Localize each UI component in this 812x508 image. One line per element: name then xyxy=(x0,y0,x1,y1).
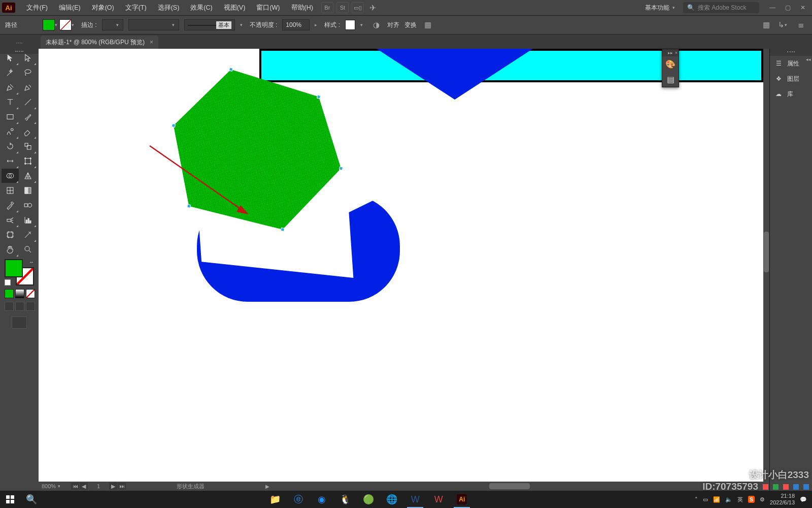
fill-stroke-control[interactable]: ↔ xyxy=(5,259,34,285)
workspace-switcher[interactable]: 基本功能 ▾ xyxy=(645,4,675,12)
close-icon[interactable]: × xyxy=(675,50,678,55)
close-button[interactable]: ✕ xyxy=(796,2,810,13)
color-mode-solid[interactable] xyxy=(5,289,14,298)
menu-view[interactable]: 视图(V) xyxy=(219,2,251,14)
bridge-button[interactable]: Br xyxy=(321,2,333,13)
tray-notifications-icon[interactable]: 💬 xyxy=(800,496,807,503)
line-tool[interactable] xyxy=(19,95,37,109)
fill-color-large[interactable] xyxy=(5,259,23,277)
draw-inside[interactable] xyxy=(26,302,35,311)
free-transform-tool[interactable] xyxy=(19,154,37,168)
task-qq[interactable]: 🐧 xyxy=(334,491,356,508)
align-pixel-button[interactable]: ▦ xyxy=(760,19,772,31)
shape-builder-tool[interactable] xyxy=(2,169,19,183)
align-label[interactable]: 对齐 xyxy=(387,21,399,29)
cycle-widget-button[interactable]: ↳▾ xyxy=(777,19,790,31)
graphic-style-swatch[interactable] xyxy=(345,20,355,30)
tray-chevron-icon[interactable]: ˄ xyxy=(695,496,698,503)
fill-swatch[interactable] xyxy=(43,19,55,30)
swatches-panel-icon[interactable]: ▤ xyxy=(662,72,679,87)
scale-tool[interactable] xyxy=(19,139,37,153)
graph-tool[interactable] xyxy=(19,213,37,227)
isolate-button[interactable]: ▦ xyxy=(422,19,434,31)
width-tool[interactable] xyxy=(2,154,19,168)
opacity-input[interactable]: 100% xyxy=(282,19,310,30)
mesh-tool[interactable] xyxy=(2,183,19,198)
default-colors-icon[interactable] xyxy=(5,279,11,285)
tray-settings-icon[interactable]: ⚙ xyxy=(760,496,765,503)
transform-label[interactable]: 变换 xyxy=(404,21,417,29)
prev-artboard-button[interactable]: ◀ xyxy=(80,483,88,490)
menu-edit[interactable]: 编辑(E) xyxy=(54,2,86,14)
arrange-docs-button[interactable]: ▭▯ xyxy=(352,2,364,13)
selection-tool[interactable] xyxy=(2,51,19,65)
direct-selection-tool[interactable] xyxy=(19,51,37,65)
eraser-tool[interactable] xyxy=(19,124,37,139)
menu-help[interactable]: 帮助(H) xyxy=(286,2,318,14)
tray-sound-icon[interactable]: 🔈 xyxy=(725,496,732,503)
type-tool[interactable] xyxy=(2,95,19,109)
next-artboard-button[interactable]: ▶ xyxy=(109,483,117,490)
tray-ime[interactable]: 英 xyxy=(737,496,743,503)
menu-window[interactable]: 窗口(W) xyxy=(251,2,285,14)
close-tab-icon[interactable]: × xyxy=(150,39,153,46)
task-word[interactable]: W xyxy=(404,491,426,508)
menu-type[interactable]: 文字(T) xyxy=(120,2,152,14)
task-illustrator[interactable]: Ai xyxy=(451,491,473,508)
chevron-down-icon[interactable]: ▾ xyxy=(360,22,365,27)
horizontal-scrollbar[interactable] xyxy=(353,482,763,491)
gradient-tool[interactable] xyxy=(19,183,37,198)
shaper-tool[interactable] xyxy=(2,124,19,139)
chevron-down-icon[interactable]: ▾ xyxy=(240,22,245,27)
screen-mode-button[interactable] xyxy=(12,316,27,329)
menu-file[interactable]: 文件(F) xyxy=(21,2,53,14)
first-artboard-button[interactable]: ⏮ xyxy=(71,483,79,490)
menu-object[interactable]: 对象(O) xyxy=(87,2,119,14)
var-width-profile[interactable]: ▾ xyxy=(128,19,179,30)
artboard-index[interactable]: 1 xyxy=(88,483,109,489)
search-stock-field[interactable]: 🔍 搜索 Adobe Stock xyxy=(683,2,759,13)
zoom-level[interactable]: 800%▾ xyxy=(39,483,71,489)
task-app-blue[interactable]: ◉ xyxy=(311,491,333,508)
color-mode-gradient[interactable] xyxy=(15,289,24,298)
scroll-thumb[interactable] xyxy=(764,232,769,272)
collapse-icon[interactable]: ▸▸ xyxy=(668,50,673,55)
minimize-button[interactable]: — xyxy=(765,2,780,13)
rotate-tool[interactable] xyxy=(2,139,19,153)
last-artboard-button[interactable]: ⏭ xyxy=(118,483,126,490)
menu-select[interactable]: 选择(S) xyxy=(153,2,185,14)
brush-tool[interactable] xyxy=(19,110,37,124)
task-search[interactable]: 🔍 xyxy=(20,491,43,508)
chevron-down-icon[interactable]: ▾ xyxy=(55,22,59,27)
status-more-icon[interactable]: ▶ xyxy=(265,484,269,489)
task-chrome[interactable]: 🟢 xyxy=(357,491,380,508)
tray-clock[interactable]: 21:18 2022/6/13 xyxy=(770,493,795,505)
tray-sogou-icon[interactable]: S xyxy=(748,496,755,503)
color-panel-icon[interactable]: 🎨 xyxy=(662,56,679,72)
panel-libraries[interactable]: ☁ 库 xyxy=(770,86,812,102)
task-edge-legacy[interactable]: ⓔ xyxy=(287,491,310,508)
stroke-swatch[interactable] xyxy=(59,19,72,30)
rectangle-tool[interactable] xyxy=(2,110,19,124)
brush-definition[interactable]: 基本 xyxy=(184,19,235,30)
eyedropper-tool[interactable] xyxy=(2,198,19,212)
panel-layers[interactable]: ❖ 图层 xyxy=(770,71,812,86)
task-explorer[interactable]: 📁 xyxy=(264,491,286,508)
document-tab[interactable]: 未标题-1* @ 800% (RGB/GPU 预览) × xyxy=(41,36,158,49)
gpu-button[interactable]: ✈ xyxy=(367,2,379,13)
options-button[interactable]: ≣ xyxy=(795,19,807,31)
blend-tool[interactable] xyxy=(19,198,37,212)
menu-effect[interactable]: 效果(C) xyxy=(185,2,217,14)
chevron-down-icon[interactable]: ▾ xyxy=(72,22,76,27)
stroke-weight-input[interactable]: ▾ xyxy=(102,19,123,30)
draw-behind[interactable] xyxy=(15,302,24,311)
artboard-tool[interactable] xyxy=(2,228,19,242)
perspective-tool[interactable] xyxy=(19,169,37,183)
task-wps[interactable]: W xyxy=(427,491,450,508)
lasso-tool[interactable] xyxy=(19,66,37,80)
start-button[interactable] xyxy=(0,491,20,508)
recolor-button[interactable]: ◑ xyxy=(370,19,382,31)
canvas[interactable] xyxy=(39,49,763,482)
pen-tool[interactable] xyxy=(2,80,19,94)
stock-button[interactable]: St xyxy=(336,2,349,13)
